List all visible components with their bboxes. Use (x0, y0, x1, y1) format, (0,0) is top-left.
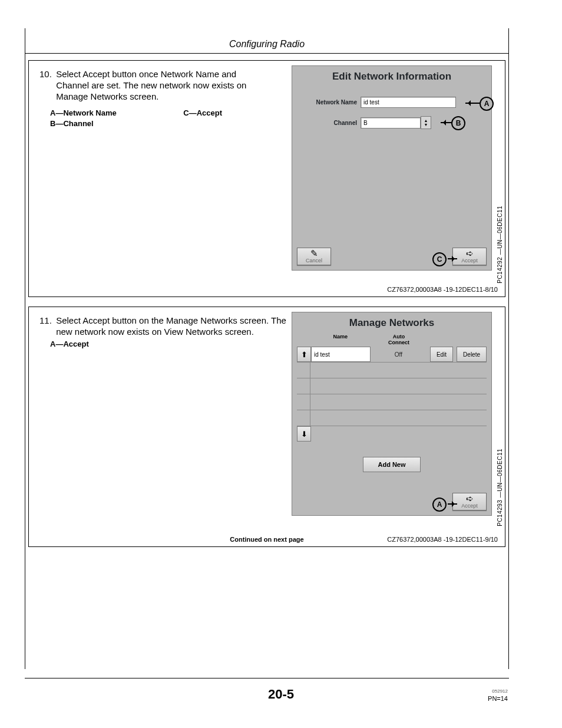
figure-code-11: PC14293 —UN—06DEC11 (497, 449, 503, 526)
accept-icon-11: ➪ (457, 495, 482, 503)
channel-label: Channel (310, 120, 357, 126)
spinner-down-icon: ▼ (424, 123, 428, 127)
network-name-label: Network Name (310, 99, 357, 106)
legend-c: C—Accept (183, 108, 222, 118)
pn-label: PN=14 (488, 695, 508, 702)
edit-network-info-screen: Edit Network Information Network Name id… (292, 65, 492, 271)
step-10-text: 10. Select Accept button once Network Na… (39, 69, 275, 102)
cancel-label: Cancel (301, 258, 327, 263)
callout-c: C (432, 252, 447, 266)
arrow-up-icon: ⬆ (301, 350, 308, 359)
accept-icon: ➪ (457, 249, 482, 258)
page-number: 20-5 (0, 687, 562, 702)
callout-a-11: A (432, 498, 447, 512)
col-auto: Auto Connect (369, 334, 428, 345)
doc-code-10: CZ76372,00003A8 -19-12DEC11-8/10 (387, 286, 498, 293)
step-11-text: 11. Select Accept button on the Manage N… (39, 315, 293, 338)
row-name[interactable]: id test (311, 347, 371, 362)
legend-a-11: A—Accept (50, 339, 89, 350)
step-10-legend: A—Network Name C—Accept B—Channel (50, 108, 222, 129)
figure-code-10: PC14292 —UN—06DEC11 (497, 206, 503, 284)
callout-a: A (480, 97, 494, 111)
footer-date: 052912 (492, 689, 508, 694)
section-header: Configuring Radio (25, 28, 508, 54)
edit-network-title: Edit Network Information (292, 66, 491, 86)
manage-networks-title: Manage Networks (292, 312, 491, 332)
arrow-down-icon: ⬇ (301, 430, 308, 439)
scroll-down-button[interactable]: ⬇ (297, 426, 311, 442)
step-11-box: 11. Select Accept button on the Manage N… (28, 307, 505, 547)
accept-label-11: Accept (457, 503, 482, 509)
cancel-icon: ✎ (301, 249, 327, 258)
legend-b: B—Channel (50, 118, 222, 129)
doc-code-11: CZ76372,00003A8 -19-12DEC11-9/10 (387, 536, 498, 543)
channel-field[interactable]: B (361, 117, 421, 129)
step-11-legend: A—Accept (50, 339, 89, 350)
edit-button[interactable]: Edit (430, 347, 453, 362)
network-name-field[interactable]: id test (361, 97, 456, 108)
channel-spinner[interactable]: ▲ ▼ (421, 116, 431, 129)
cancel-button[interactable]: ✎ Cancel (297, 248, 331, 265)
col-name: Name (311, 334, 369, 345)
accept-label: Accept (457, 258, 482, 263)
manage-networks-screen: Manage Networks Name Auto Connect ⬆ id t… (292, 312, 492, 516)
row-auto: Off (371, 347, 427, 362)
callout-b: B (451, 116, 465, 130)
delete-button[interactable]: Delete (457, 347, 487, 362)
step-10-number: 10. (39, 69, 54, 80)
spinner-up-icon: ▲ (424, 118, 428, 123)
step-10-box: 10. Select Accept button once Network Na… (28, 60, 505, 297)
legend-a: A—Network Name (50, 108, 117, 117)
add-new-button[interactable]: Add New (363, 457, 421, 472)
step-11-number: 11. (39, 315, 54, 327)
step-11-body: Select Accept button on the Manage Netwo… (56, 315, 289, 338)
scroll-up-button[interactable]: ⬆ (297, 347, 311, 362)
step-10-body: Select Accept button once Network Name a… (56, 69, 268, 102)
